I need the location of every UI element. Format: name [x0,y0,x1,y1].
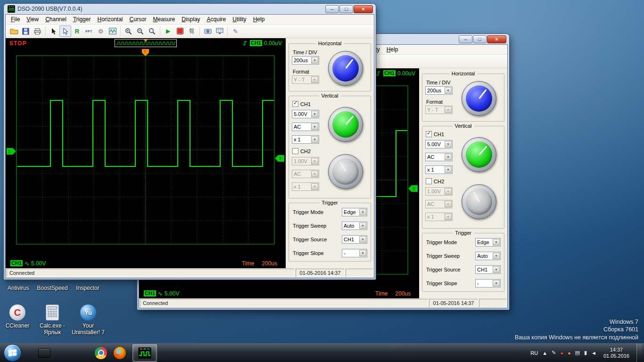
stop-acquisition-icon[interactable] [174,25,186,37]
tray-battery-icon[interactable]: ▮ [584,350,587,356]
trigger-sweep-select[interactable]: Auto [342,222,367,230]
ch2-position-knob[interactable] [462,184,496,219]
waveform-window-icon[interactable] [107,25,118,37]
combo-arrow-icon[interactable] [445,154,452,160]
ch1-probe-select[interactable]: x 1 [425,165,453,174]
taskbar-firefox-icon[interactable] [112,345,128,361]
trigger-source-select[interactable]: CH1 [475,265,501,274]
scope-display[interactable]: T 1 T [6,48,286,258]
combo-arrow-icon[interactable] [311,111,318,117]
ch1-checkbox-box[interactable] [292,101,298,107]
ch1-checkbox[interactable]: CH1 [426,131,456,137]
menu-help[interactable]: Help [383,45,402,54]
ch2-checkbox[interactable]: CH2 [426,178,456,184]
ch1-volts-select[interactable]: 5.00V [292,110,319,118]
minimize-button[interactable]: – [325,5,339,13]
settings-gear-icon[interactable]: ⚙ [95,25,107,37]
trigger-mode-select[interactable]: Edge [342,208,367,216]
tray-chevron-icon[interactable]: ▲ [542,350,547,356]
ch2-checkbox-box[interactable] [426,178,432,184]
cursor-arrow-icon[interactable] [48,25,59,37]
ch2-position-knob[interactable] [328,154,363,189]
start-button[interactable] [4,344,21,362]
zoom-out-icon[interactable] [134,25,146,37]
taskbar-pinned-dark-app-icon[interactable] [36,345,52,361]
combo-arrow-icon[interactable] [359,209,366,215]
menu-utility[interactable]: Utility [229,15,249,24]
zoom-in-icon[interactable] [123,25,134,37]
taskbar-chrome-icon[interactable] [93,345,109,361]
ch1-checkbox[interactable]: CH1 [292,101,323,107]
combo-arrow-icon[interactable] [311,123,318,130]
ch1-coupling-select[interactable]: AC [292,123,319,131]
screenshot-icon[interactable] [202,25,214,37]
menu-acquire[interactable]: Acquire [204,15,230,24]
tray-clipboard-icon[interactable]: ▤ [575,350,580,356]
horizontal-position-knob[interactable] [328,51,363,86]
trigger-source-select[interactable]: CH1 [342,235,367,244]
tray-pen-icon[interactable]: ✎ [552,350,556,356]
menu-channel[interactable]: Channel [42,15,70,24]
ch2-checkbox[interactable]: CH2 [292,148,323,154]
ch1-position-knob[interactable] [462,137,496,172]
show-desktop-button[interactable] [636,344,642,362]
titlebar[interactable]: DSO-2090 USB(V7.0.0.4) – □ × [5,4,374,14]
dso-window-front[interactable]: DSO-2090 USB(V7.0.0.4) – □ × File View C… [4,4,376,280]
menu-trigger[interactable]: Trigger [70,15,94,24]
menu-file[interactable]: File [8,15,23,24]
combo-arrow-icon[interactable] [445,141,452,148]
minimize-button[interactable]: – [459,35,472,43]
fft-icon[interactable]: FFT [83,25,95,37]
combo-arrow-icon[interactable] [311,136,318,143]
menu-help[interactable]: Help [250,15,268,24]
menu-view[interactable]: View [23,15,42,24]
tray-volume-icon[interactable]: ◄ [591,350,596,356]
maximize-button[interactable]: □ [339,5,353,13]
desktop-icon-uninstaller[interactable]: Yu Your Uninstaller! 7 [67,304,109,336]
save-icon[interactable] [20,25,32,37]
ch1-position-knob[interactable] [328,107,363,142]
trigger-mode-select[interactable]: Edge [475,238,501,247]
tray-red-dot-icon[interactable]: ● [560,350,563,356]
combo-arrow-icon[interactable] [445,166,452,173]
display-setup-icon[interactable] [214,25,225,37]
select-cursor-icon[interactable] [59,25,71,37]
close-button[interactable]: × [354,5,373,13]
waveform-preview[interactable] [115,39,177,47]
taskbar-dso-app-button[interactable] [132,344,157,362]
open-file-icon[interactable] [8,25,20,37]
menu-measure[interactable]: Measure [150,15,179,24]
taskbar-clock[interactable]: 14:37 01.05.2016 [601,347,632,359]
trigger-slope-select[interactable]: - [342,249,367,257]
combo-arrow-icon[interactable] [493,280,500,287]
close-button[interactable]: × [487,35,506,43]
ch1-checkbox-box[interactable] [426,131,432,137]
combo-arrow-icon[interactable] [493,266,500,273]
horizontal-position-knob[interactable] [462,81,496,116]
maximize-button[interactable]: □ [473,35,487,43]
combo-arrow-icon[interactable] [359,222,366,229]
menu-display[interactable]: Display [178,15,203,24]
zoom-icon[interactable] [146,25,158,37]
time-div-select[interactable]: 200us [425,86,453,95]
combo-arrow-icon[interactable] [311,57,318,64]
color-pen-icon[interactable]: ✎ [230,25,241,37]
time-div-select[interactable]: 200us [292,56,319,65]
ch2-checkbox-box[interactable] [292,148,298,154]
combo-arrow-icon[interactable] [359,236,366,243]
ch1-probe-select[interactable]: x 1 [292,135,319,144]
autoset-icon[interactable]: AUTO [186,25,198,37]
ch1-volts-select[interactable]: 5.00V [425,140,453,148]
combo-arrow-icon[interactable] [359,250,366,256]
ch1-coupling-select[interactable]: AC [425,153,453,161]
start-acquisition-icon[interactable]: ▶ [162,25,174,37]
trigger-slope-select[interactable]: - [475,279,501,288]
refresh-r-icon[interactable]: R [71,25,83,37]
trigger-sweep-select[interactable]: Auto [475,252,501,260]
combo-arrow-icon[interactable] [493,239,500,246]
combo-arrow-icon[interactable] [445,87,452,94]
language-indicator[interactable]: RU [530,350,538,356]
desktop-icon-inspector[interactable]: Inspector [66,285,109,291]
tray-orange-dot-icon[interactable]: ● [568,350,571,356]
menu-cursor[interactable]: Cursor [126,15,150,24]
